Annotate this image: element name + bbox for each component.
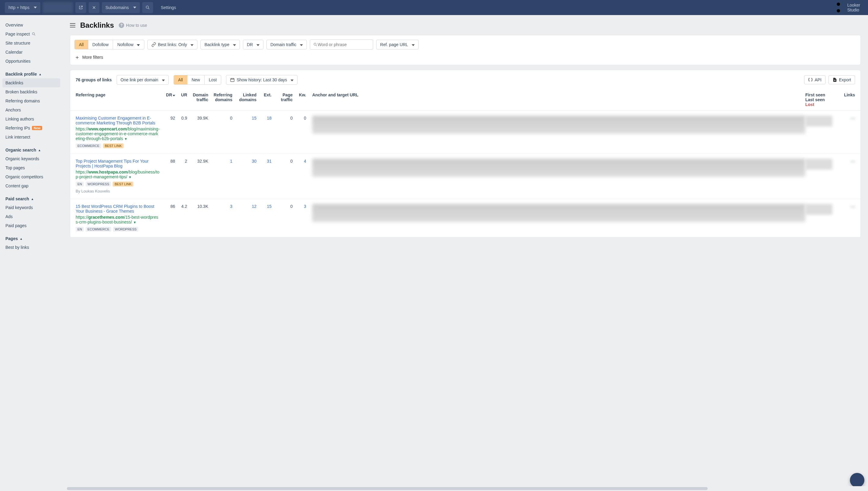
sidebar-item-overview[interactable]: Overview: [0, 21, 63, 30]
close-icon[interactable]: [89, 2, 100, 13]
cell-kw[interactable]: 4: [304, 159, 306, 164]
sidebar-item-backlinks[interactable]: Backlinks: [2, 78, 60, 87]
cell-dr: 86: [170, 204, 175, 209]
status-new[interactable]: New: [188, 75, 205, 84]
chevron-down-icon: [410, 42, 415, 47]
protocol-dropdown[interactable]: http + https: [5, 2, 40, 13]
sidebar-item-link-intersect[interactable]: Link intersect: [0, 133, 63, 142]
cell-ld[interactable]: 15: [252, 116, 256, 120]
col-referring-domains[interactable]: Referring domains: [208, 92, 232, 107]
follow-segment: All Dofollow Nofollow: [75, 40, 144, 49]
sidebar-item-page-inspect[interactable]: Page inspect: [0, 30, 63, 38]
filter-all[interactable]: All: [75, 40, 88, 49]
svg-point-2: [837, 3, 840, 6]
cell-rd[interactable]: 3: [230, 204, 232, 209]
sidebar-section-pages[interactable]: Pages▲: [0, 230, 63, 243]
search-icon: [313, 42, 318, 47]
author: By Loukas Kouvelis: [76, 189, 160, 193]
col-dr[interactable]: DR: [160, 92, 175, 107]
table-row: Maximising Customer Engagement in E-comm…: [70, 111, 861, 154]
calendar-icon: [230, 78, 235, 82]
status-lost[interactable]: Lost: [205, 75, 221, 84]
referring-page-url[interactable]: https://www.hostpapa.com/blog/business/t…: [76, 170, 160, 179]
col-linked-domains[interactable]: Linked domains: [232, 92, 256, 107]
svg-point-3: [837, 9, 840, 12]
sidebar-section-backlink-profile[interactable]: Backlink profile▲: [0, 66, 63, 78]
help-icon: ?: [119, 23, 124, 28]
subdomains-dropdown[interactable]: Subdomains: [102, 2, 140, 13]
col-ur[interactable]: UR: [175, 92, 187, 107]
show-history[interactable]: Show history: Last 30 days: [226, 75, 298, 85]
page-title: Backlinks: [80, 21, 114, 30]
filter-backlink-type[interactable]: Backlink type: [200, 40, 240, 49]
status-all[interactable]: All: [174, 75, 188, 84]
sidebar-item-top-pages[interactable]: Top pages: [0, 163, 63, 172]
col-ext[interactable]: Ext.: [256, 92, 272, 107]
sidebar-item-organic-keywords[interactable]: Organic keywords: [0, 154, 63, 163]
search-icon: [32, 32, 36, 36]
col-kw[interactable]: Kw.: [292, 92, 306, 107]
col-dates[interactable]: First seen Last seen Lost: [805, 92, 838, 107]
svg-point-0: [146, 6, 148, 8]
cell-ld[interactable]: 30: [252, 159, 256, 164]
col-page-traffic[interactable]: Page traffic: [272, 92, 292, 107]
cell-kw[interactable]: 3: [304, 204, 306, 209]
sidebar-item-paid-keywords[interactable]: Paid keywords: [0, 203, 63, 212]
referring-page-title[interactable]: Maximising Customer Engagement in E-comm…: [76, 116, 160, 125]
referring-page-title[interactable]: 15 Best WordPress CRM Plugins to Boost Y…: [76, 204, 160, 213]
svg-point-4: [32, 32, 34, 35]
sidebar-item-referring-ips[interactable]: Referring IPsNew: [0, 123, 63, 133]
sidebar-item-ads[interactable]: Ads: [0, 212, 63, 221]
cell-ext[interactable]: 15: [267, 204, 272, 209]
api-button[interactable]: API: [804, 75, 825, 84]
domain-input[interactable]: [43, 2, 73, 13]
sidebar-item-calendar[interactable]: Calendar: [0, 48, 63, 57]
sidebar-item-linking-authors[interactable]: Linking authors: [0, 114, 63, 123]
cell-ext[interactable]: 18: [267, 116, 272, 120]
filter-ref-page-url[interactable]: Ref. page URL: [376, 40, 419, 49]
sidebar-item-opportunities[interactable]: Opportunities: [0, 57, 63, 66]
search-icon[interactable]: [142, 2, 153, 13]
col-referring-page[interactable]: Referring page: [76, 92, 160, 107]
referring-page-title[interactable]: Top Project Management Tips For Your Pro…: [76, 159, 160, 168]
filters-panel: All Dofollow Nofollow Best links: Only B…: [70, 35, 861, 65]
table-row: 15 Best WordPress CRM Plugins to Boost Y…: [70, 199, 861, 237]
sidebar-item-anchors[interactable]: Anchors: [0, 106, 63, 114]
menu-toggle-icon[interactable]: [70, 23, 75, 27]
chevron-down-icon: [189, 42, 194, 47]
col-links[interactable]: Links: [838, 92, 855, 107]
settings-link[interactable]: Settings: [156, 2, 179, 13]
referring-page-url[interactable]: https://gracethemes.com/15-best-wordpres…: [76, 215, 160, 224]
sidebar-item-referring-domains[interactable]: Referring domains: [0, 96, 63, 106]
how-to-use-link[interactable]: ?How to use: [119, 23, 147, 28]
results-panel: 76 groups of links One link per domain A…: [70, 70, 861, 238]
sidebar-item-broken-backlinks[interactable]: Broken backlinks: [0, 87, 63, 96]
cell-ext[interactable]: 31: [267, 159, 272, 164]
filter-dr[interactable]: DR: [243, 40, 263, 49]
sidebar-section-organic-search[interactable]: Organic search▲: [0, 142, 63, 154]
sidebar-item-paid-pages[interactable]: Paid pages: [0, 221, 63, 230]
referring-page-url[interactable]: https://www.opencart.com/blog/maximising…: [76, 126, 160, 141]
cell-rd[interactable]: 1: [230, 159, 232, 164]
filter-nofollow[interactable]: Nofollow: [113, 40, 144, 49]
one-link-per-domain[interactable]: One link per domain: [117, 75, 169, 85]
sidebar-item-content-gap[interactable]: Content gap: [0, 181, 63, 191]
cell-dt: 39.9K: [197, 116, 208, 120]
col-domain-traffic[interactable]: Domain traffic: [187, 92, 208, 107]
looker-studio-link[interactable]: Looker Studio: [829, 2, 863, 13]
open-external-icon[interactable]: [75, 2, 86, 13]
best-link-badge: BEST LINK: [113, 182, 133, 186]
filter-dofollow[interactable]: Dofollow: [88, 40, 113, 49]
search-input[interactable]: [318, 42, 370, 47]
sidebar-item-best-by-links[interactable]: Best by links: [0, 243, 63, 252]
sidebar-item-organic-competitors[interactable]: Organic competitors: [0, 172, 63, 181]
cell-ld[interactable]: 12: [252, 204, 256, 209]
chevron-down-icon: [231, 42, 236, 47]
more-filters-button[interactable]: ＋More filters: [70, 52, 861, 65]
export-button[interactable]: Export: [829, 75, 855, 84]
col-anchor[interactable]: Anchor and target URL: [306, 92, 805, 107]
sidebar-section-paid-search[interactable]: Paid search▲: [0, 191, 63, 203]
sidebar-item-site-structure[interactable]: Site structure: [0, 38, 63, 48]
filter-best-links[interactable]: Best links: Only: [147, 40, 197, 49]
filter-domain-traffic[interactable]: Domain traffic: [267, 40, 307, 49]
